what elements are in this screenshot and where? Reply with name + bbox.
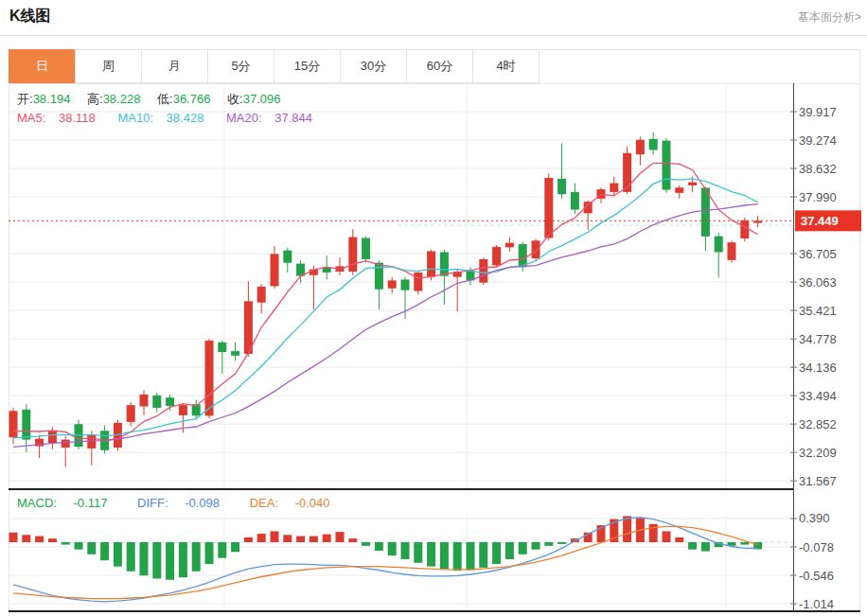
tab-4hour[interactable]: 4时 — [472, 49, 540, 83]
svg-text:36.705: 36.705 — [799, 247, 837, 261]
ma-readout: MA5: 38.118 MA10: 38.428 MA20: 37.844 — [17, 111, 331, 125]
ma20-line — [13, 204, 758, 448]
svg-text:32.852: 32.852 — [799, 417, 837, 431]
dea-value: DEA: -0.040 — [250, 496, 344, 510]
price-axis-labels: 39.91739.27438.63237.99036.70536.06335.4… — [799, 105, 837, 611]
low-label: 低: — [157, 92, 173, 106]
tab-week[interactable]: 周 — [75, 49, 142, 83]
svg-text:33.494: 33.494 — [799, 389, 837, 403]
ma5-readout: MA5: 38.118 — [17, 111, 105, 125]
svg-text:-1.014: -1.014 — [799, 597, 834, 611]
open-label: 开: — [17, 92, 33, 106]
open-value: 38.194 — [33, 92, 71, 106]
close-value: 37.096 — [243, 92, 281, 106]
ohlc-readout: 开:38.194 高:38.228 低:36.766 收:37.096 — [17, 91, 293, 108]
tab-15min[interactable]: 15分 — [274, 49, 341, 83]
candles-layer[interactable] — [9, 132, 763, 467]
svg-text:-0.546: -0.546 — [799, 569, 834, 583]
svg-text:37.990: 37.990 — [799, 190, 837, 204]
ma10-line — [13, 179, 758, 438]
svg-text:31.567: 31.567 — [799, 474, 837, 488]
svg-text:38.632: 38.632 — [799, 162, 837, 176]
diff-line — [13, 518, 758, 602]
diff-value: DIFF: -0.098 — [137, 496, 233, 510]
svg-text:35.421: 35.421 — [799, 304, 837, 318]
macd-readout: MACD: -0.117 DIFF: -0.098 DEA: -0.040 — [17, 496, 357, 510]
macd-histogram[interactable] — [9, 516, 763, 579]
high-value: 38.228 — [103, 92, 141, 106]
svg-text:-0.078: -0.078 — [799, 540, 834, 554]
tab-month[interactable]: 月 — [141, 49, 208, 83]
svg-text:32.209: 32.209 — [799, 446, 837, 460]
ma10-readout: MA10: 38.428 — [117, 111, 213, 125]
period-tabbar: 日周月5分15分30分60分4时 — [9, 49, 540, 83]
current-price-badge-text: 37.449 — [801, 214, 839, 228]
tab-5min[interactable]: 5分 — [207, 49, 274, 83]
ma5-line — [13, 163, 758, 440]
tab-30min[interactable]: 30分 — [340, 49, 407, 83]
tab-day[interactable]: 日 — [9, 49, 76, 83]
svg-text:36.063: 36.063 — [799, 275, 837, 290]
low-value: 36.766 — [173, 92, 211, 106]
svg-text:39.274: 39.274 — [799, 133, 837, 148]
svg-text:39.917: 39.917 — [799, 105, 837, 119]
tab-60min[interactable]: 60分 — [406, 49, 473, 83]
dea-line — [13, 526, 758, 598]
svg-text:34.136: 34.136 — [799, 361, 837, 375]
svg-text:34.778: 34.778 — [799, 332, 837, 346]
close-label: 收: — [227, 92, 243, 106]
svg-text:0.390: 0.390 — [799, 511, 830, 525]
macd-value: MACD: -0.117 — [17, 496, 120, 510]
ma20-readout: MA20: 37.844 — [226, 111, 322, 125]
high-label: 高: — [87, 92, 103, 106]
